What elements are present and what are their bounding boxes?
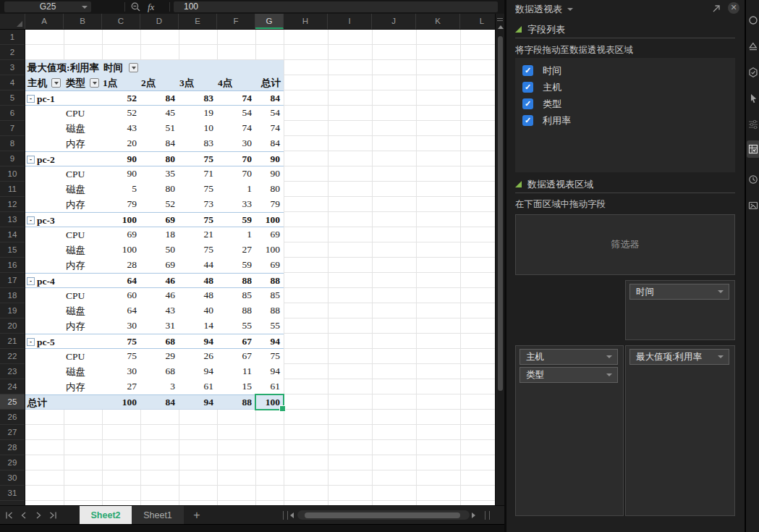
collapse-button[interactable]: -: [27, 277, 35, 285]
pivot-cell[interactable]: 43: [140, 303, 179, 318]
pivot-row-label[interactable]: CPU: [66, 288, 85, 303]
pivot-cell[interactable]: 88: [217, 303, 255, 318]
formula-input[interactable]: 100: [174, 1, 498, 12]
field-label[interactable]: 类型: [543, 96, 561, 112]
row-header-11[interactable]: 11: [0, 182, 25, 197]
pivot-cell[interactable]: 43: [102, 121, 140, 136]
column-header-K[interactable]: K: [416, 14, 460, 29]
sheet-tab-sheet1[interactable]: Sheet1: [132, 506, 184, 525]
pivot-cell[interactable]: 28: [102, 258, 140, 273]
pivot-cell[interactable]: 90: [102, 166, 140, 182]
column-header-J[interactable]: J: [372, 14, 416, 29]
scroll-up-arrow[interactable]: [498, 25, 504, 29]
row-header-23[interactable]: 23: [0, 364, 25, 379]
splitter-handle[interactable]: [485, 511, 490, 520]
fill-handle[interactable]: [279, 405, 286, 412]
close-icon[interactable]: ✕: [728, 2, 739, 14]
pivot-cell[interactable]: 55: [255, 318, 284, 334]
row-header-12[interactable]: 12: [0, 197, 25, 212]
pivot-cell[interactable]: 75: [179, 182, 217, 197]
pivot-row-label[interactable]: pc-2: [37, 152, 55, 167]
field-checkbox[interactable]: ✓: [522, 65, 533, 76]
chevron-down-icon[interactable]: [567, 8, 573, 11]
pivot-cell[interactable]: 84: [255, 136, 284, 151]
vertical-scroll-thumb[interactable]: [498, 36, 503, 391]
pivot-cell[interactable]: 33: [217, 197, 255, 212]
pivot-column-header[interactable]: 3点: [179, 75, 194, 90]
pivot-row-label[interactable]: pc-4: [37, 274, 55, 289]
pivot-cell[interactable]: 18: [140, 227, 179, 242]
pivot-cell[interactable]: 84: [255, 91, 284, 106]
pivot-cell[interactable]: 100: [102, 213, 140, 228]
selected-cell-outline[interactable]: [255, 394, 284, 410]
column-header-D[interactable]: D: [140, 14, 179, 29]
pivot-column-header[interactable]: 总计: [255, 75, 281, 90]
pivot-cell[interactable]: 64: [102, 303, 140, 318]
pivot-cell[interactable]: 64: [102, 274, 140, 289]
pivot-cell[interactable]: 19: [179, 106, 217, 121]
history-icon[interactable]: [747, 174, 759, 185]
select-all-corner[interactable]: [0, 14, 25, 29]
pivot-pane-icon[interactable]: [747, 143, 759, 155]
column-header-I[interactable]: I: [328, 14, 372, 29]
pivot-cell[interactable]: 40: [179, 303, 217, 318]
row-header-14[interactable]: 14: [0, 227, 25, 242]
row-header-22[interactable]: 22: [0, 349, 25, 364]
zoom-icon[interactable]: [130, 1, 141, 12]
pivot-cell[interactable]: 59: [217, 258, 255, 273]
pivot-cell[interactable]: 69: [255, 258, 284, 273]
filters-area[interactable]: 筛选器: [515, 214, 735, 275]
pivot-row-label[interactable]: 总计: [27, 395, 47, 410]
area-field-chip[interactable]: 主机: [520, 349, 618, 365]
pivot-row-label[interactable]: 磁盘: [66, 121, 85, 136]
row-header-20[interactable]: 20: [0, 318, 25, 334]
pivot-cell[interactable]: 80: [140, 152, 179, 167]
pivot-cell[interactable]: 73: [179, 197, 217, 212]
field-label[interactable]: 利用率: [543, 112, 571, 129]
pivot-cell[interactable]: 48: [179, 274, 217, 289]
chevron-down-icon[interactable]: [718, 290, 724, 293]
pivot-cell[interactable]: 80: [255, 182, 284, 197]
column-header-H[interactable]: H: [284, 14, 328, 29]
row-header-31[interactable]: 31: [0, 486, 25, 501]
pivot-cell[interactable]: 70: [217, 166, 255, 182]
pivot-row-label[interactable]: pc-1: [37, 91, 55, 106]
section-marker-icon[interactable]: [515, 26, 522, 33]
pivot-cell[interactable]: 11: [217, 364, 255, 379]
collapse-button[interactable]: -: [27, 95, 35, 103]
name-box[interactable]: G25: [4, 1, 91, 12]
row-header-27[interactable]: 27: [0, 425, 25, 440]
column-header-F[interactable]: F: [217, 14, 255, 29]
pivot-cell[interactable]: 52: [102, 106, 140, 121]
area-field-chip[interactable]: 时间: [629, 284, 729, 300]
cursor-icon[interactable]: [747, 93, 759, 104]
pivot-cell[interactable]: 21: [179, 227, 217, 242]
row-header-3[interactable]: 3: [0, 60, 25, 75]
pivot-row-label[interactable]: CPU: [66, 106, 85, 121]
chevron-down-icon[interactable]: [606, 373, 612, 376]
pivot-row-label[interactable]: pc-3: [37, 213, 55, 228]
pivot-cell[interactable]: 75: [179, 152, 217, 167]
pivot-cell[interactable]: 85: [217, 288, 255, 303]
pivot-cell[interactable]: 20: [102, 136, 140, 151]
pivot-row-label[interactable]: 磁盘: [66, 242, 85, 258]
pivot-cell[interactable]: 94: [179, 334, 217, 350]
column-header-G[interactable]: G: [255, 14, 284, 29]
pivot-column-header[interactable]: 4点: [218, 75, 232, 90]
row-header-17[interactable]: 17: [0, 273, 25, 288]
pivot-cell[interactable]: 69: [140, 213, 179, 228]
pivot-cell[interactable]: 1: [217, 227, 255, 242]
row-header-1[interactable]: 1: [0, 30, 25, 45]
first-sheet-icon[interactable]: [4, 510, 14, 520]
chevron-down-icon[interactable]: [718, 355, 724, 358]
pivot-cell[interactable]: 68: [140, 334, 179, 350]
pivot-cell[interactable]: 30: [102, 364, 140, 379]
row-header-8[interactable]: 8: [0, 136, 25, 151]
row-header-29[interactable]: 29: [0, 455, 25, 470]
pivot-cell[interactable]: 94: [255, 334, 284, 350]
pivot-cell[interactable]: 94: [255, 364, 284, 379]
row-header-28[interactable]: 28: [0, 440, 25, 455]
pivot-cell[interactable]: 100: [255, 242, 284, 258]
pivot-row-label[interactable]: 磁盘: [66, 303, 85, 318]
collapse-button[interactable]: -: [27, 216, 35, 224]
